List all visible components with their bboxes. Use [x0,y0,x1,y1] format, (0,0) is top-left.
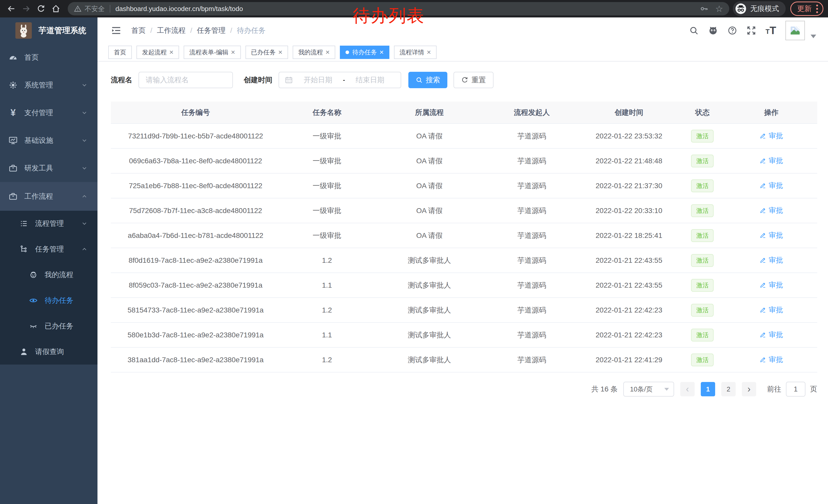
create-time-label: 创建时间 [244,75,273,85]
status-badge: 激活 [691,304,714,317]
cell-task-name: 一级审批 [280,124,374,148]
browser-update-button[interactable]: 更新 [790,2,823,16]
sidebar-item-todo-tasks[interactable]: 待办任务 [0,288,97,313]
cell-create-time: 2022-01-21 22:42:23 [578,322,679,348]
approve-link[interactable]: 审批 [759,355,783,365]
user-menu-caret-icon[interactable] [811,35,816,38]
cell-task-name: 1.1 [280,322,374,348]
tab-start-process[interactable]: 发起流程× [136,46,179,59]
browser-menu-icon[interactable] [816,5,818,13]
approve-link[interactable]: 审批 [759,305,783,315]
tab-todo-tasks[interactable]: 待办任务× [340,46,389,59]
date-range-picker[interactable]: 开始日期 - 结束日期 [279,72,401,88]
table-row: 8f059c03-7ac8-11ec-a9e2-a2380e71991a 1.1… [111,273,817,297]
approve-link[interactable]: 审批 [759,181,783,190]
page-content: 流程名 创建时间 开始日期 - 结束日期 搜索 重 [97,61,828,407]
edit-pen-icon [759,182,767,189]
sidebar-item-system[interactable]: 系统管理 [0,71,97,99]
cell-status: 激活 [679,248,726,273]
end-date-placeholder[interactable]: 结束日期 [345,75,395,85]
sidebar-item-done-tasks[interactable]: 已办任务 [0,313,97,339]
sidebar-item-process-management[interactable]: 流程管理 [0,211,97,236]
page-button-1[interactable]: 1 [701,382,715,396]
process-name-input[interactable] [138,72,233,88]
approve-link[interactable]: 审批 [759,205,783,215]
table-header: 任务编号 任务名称 所属流程 流程发起人 创建时间 状态 操作 [111,101,817,124]
col-actions: 操作 [726,101,817,124]
close-icon[interactable]: × [231,48,235,56]
fullscreen-icon[interactable] [746,26,756,35]
tab-done-tasks[interactable]: 已办任务× [245,46,288,59]
sidebar-item-my-process[interactable]: 我的流程 [0,262,97,288]
page-button-2[interactable]: 2 [721,382,736,396]
breadcrumb-task-management[interactable]: 任务管理 [197,26,226,35]
github-icon[interactable] [708,26,718,36]
next-page-button[interactable]: › [742,382,756,396]
approve-link[interactable]: 审批 [759,131,783,141]
app-title: 芋道管理系统 [38,25,86,36]
edit-pen-icon [759,331,767,338]
cell-task-id: 381aa1dd-7ac8-11ec-a9e2-a2380e71991a [111,348,280,372]
start-date-placeholder[interactable]: 开始日期 [293,75,343,85]
cell-create-time: 2022-01-21 22:42:23 [578,297,679,322]
sidebar-item-home[interactable]: 首页 [0,44,97,71]
browser-forward-button[interactable] [19,2,33,15]
avatar[interactable] [785,21,805,40]
font-size-icon[interactable]: TT [765,26,776,35]
sidebar-collapse-button[interactable] [111,25,122,36]
sidebar-item-payment[interactable]: ¥ 支付管理 [0,99,97,127]
navbar-actions: TT [680,21,816,40]
calendar-icon [285,76,293,84]
password-key-icon[interactable] [700,4,709,13]
browser-back-button[interactable] [5,2,18,15]
close-icon[interactable]: × [427,48,431,56]
browser-reload-button[interactable] [34,2,48,15]
approve-link[interactable]: 审批 [759,255,783,265]
cell-action: 审批 [726,148,817,173]
cell-action: 审批 [726,322,817,348]
goto-page-input[interactable] [786,382,805,397]
edit-pen-icon [759,306,767,313]
cell-task-id: 8f059c03-7ac8-11ec-a9e2-a2380e71991a [111,273,280,297]
home-icon [51,4,60,13]
tab-process-detail[interactable]: 流程详情× [394,46,437,59]
cell-initiator: 芋道源码 [485,223,579,248]
close-icon[interactable]: × [326,48,330,56]
approve-link[interactable]: 审批 [759,330,783,340]
cell-action: 审批 [726,173,817,198]
close-icon[interactable]: × [169,48,173,56]
sidebar-item-task-management[interactable]: 任务管理 [0,236,97,262]
browser-home-button[interactable] [49,2,63,15]
sidebar-item-devtools[interactable]: 研发工具 [0,154,97,182]
page-size-select[interactable]: 10条/页 [623,382,674,397]
sidebar-logo[interactable]: 芋道管理系统 [0,17,97,44]
cell-status: 激活 [679,273,726,297]
bookmark-star-icon[interactable]: ☆ [715,4,723,13]
reset-button[interactable]: 重置 [454,72,494,88]
sidebar-item-infrastructure[interactable]: 基础设施 [0,127,97,154]
close-icon[interactable]: × [278,48,282,56]
breadcrumb-home[interactable]: 首页 [131,26,146,35]
cell-initiator: 芋道源码 [485,297,579,322]
edit-pen-icon [759,232,767,239]
update-label: 更新 [797,4,812,13]
approve-link[interactable]: 审批 [759,230,783,240]
goto-label: 前往 [767,384,781,394]
help-icon[interactable] [728,26,737,35]
breadcrumb-workflow[interactable]: 工作流程 [157,26,186,35]
table-body: 73211d9d-7b9b-11ec-b5b7-acde48001122 一级审… [111,124,817,372]
tab-process-form-edit[interactable]: 流程表单-编辑× [184,46,241,59]
tab-home[interactable]: 首页 [108,46,132,59]
search-button[interactable]: 搜索 [408,72,447,88]
page-url: dashboard.yudao.iocoder.cn/bpm/task/todo [115,5,243,13]
approve-link[interactable]: 审批 [759,156,783,166]
cell-process: OA 请假 [373,223,485,248]
close-icon[interactable]: × [379,48,383,56]
approve-link[interactable]: 审批 [759,280,783,290]
search-icon[interactable] [689,26,699,35]
chevron-down-icon [81,109,88,116]
sidebar-item-workflow[interactable]: 工作流程 [0,182,97,211]
sidebar-item-leave-query[interactable]: 请假查询 [0,339,97,365]
prev-page-button[interactable]: ‹ [680,382,695,396]
tab-my-process[interactable]: 我的流程× [293,46,335,59]
